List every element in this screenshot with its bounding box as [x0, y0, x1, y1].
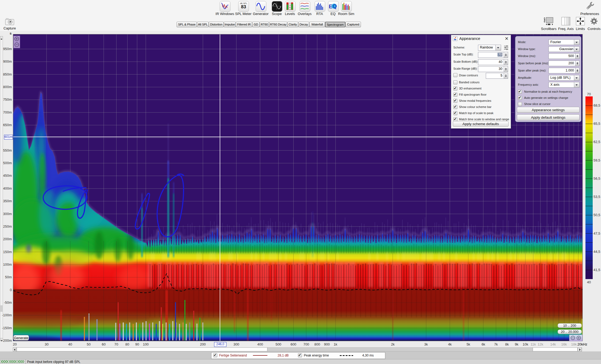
- svg-text:9: 9: [289, 9, 290, 10]
- svg-text:6: 6: [289, 6, 290, 8]
- svg-text:Q: Q: [333, 3, 337, 9]
- svg-text:0: 0: [289, 2, 290, 4]
- svg-text:3: 3: [289, 4, 290, 6]
